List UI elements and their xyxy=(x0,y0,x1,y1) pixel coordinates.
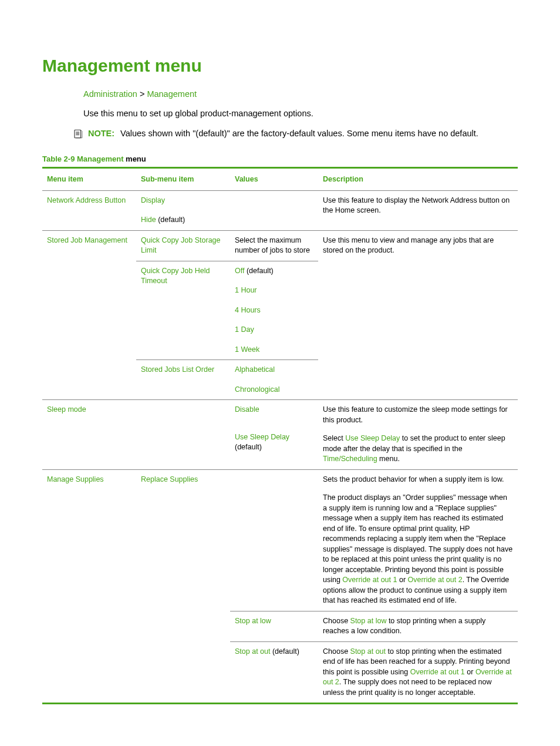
sub-hide: Hide xyxy=(141,216,156,224)
note-label: NOTE: xyxy=(88,129,114,138)
val-use-sleep-delay: Use Sleep Delay xyxy=(235,433,289,441)
intro-text: Use this menu to set up global product-m… xyxy=(83,108,518,120)
breadcrumb: Administration > Management xyxy=(83,89,518,100)
desc-network-address: Use this feature to display the Network … xyxy=(318,190,518,230)
val-1week: 1 Week xyxy=(235,345,259,354)
svg-rect-0 xyxy=(75,130,81,138)
val-alphabetical: Alphabetical xyxy=(235,365,275,374)
val-4hours: 4 Hours xyxy=(235,306,261,314)
sub-qc-held-timeout: Quick Copy Job Held Timeout xyxy=(141,267,210,285)
desc-stored-job: Use this menu to view and manage any job… xyxy=(318,230,518,400)
desc-supplies-2: The product displays an "Order supplies"… xyxy=(323,493,513,606)
breadcrumb-management: Management xyxy=(147,89,197,99)
menu-sleep-mode: Sleep mode xyxy=(47,405,86,414)
table-row: Network Address Button Display Use this … xyxy=(42,190,518,210)
val-1hour: 1 Hour xyxy=(235,286,257,294)
desc-sleep-1: Use this feature to customize the sleep … xyxy=(323,405,513,425)
table-row: Manage Supplies Replace Supplies Sets th… xyxy=(42,469,518,611)
table-row: Sleep mode Disable Use this feature to c… xyxy=(42,400,518,428)
desc-stop-at-out: Choose Stop at out to stop printing when… xyxy=(318,641,518,704)
sub-stored-list-order: Stored Jobs List Order xyxy=(141,365,214,374)
menu-manage-supplies: Manage Supplies xyxy=(47,475,104,483)
val-stop-at-low: Stop at low xyxy=(235,617,271,625)
th-sub-menu: Sub-menu item xyxy=(136,167,230,190)
breadcrumb-sep: > xyxy=(140,89,144,99)
desc-sleep-2: Select Use Sleep Delay to set the produc… xyxy=(323,434,513,465)
th-values: Values xyxy=(230,167,318,190)
page-title: Management menu xyxy=(42,54,518,78)
val-1day: 1 Day xyxy=(235,325,254,334)
note-icon xyxy=(73,129,85,143)
sub-replace-supplies: Replace Supplies xyxy=(141,475,198,483)
th-description: Description xyxy=(318,167,518,190)
management-table: Menu item Sub-menu item Values Descripti… xyxy=(42,167,518,704)
note-text: Values shown with "(default)" are the fa… xyxy=(120,129,478,138)
val-off: Off xyxy=(235,267,244,275)
val-disable: Disable xyxy=(235,405,259,414)
th-menu-item: Menu item xyxy=(42,167,136,190)
table-caption: Table 2-9 Management menu xyxy=(42,154,518,164)
sub-display: Display xyxy=(141,196,165,204)
val-chronological: Chronological xyxy=(235,385,279,394)
desc-supplies-1: Sets the product behavior for when a sup… xyxy=(323,475,513,485)
desc-stop-at-low: Choose Stop at low to stop printing when… xyxy=(318,611,518,641)
val-select-max: Select the maximum number of jobs to sto… xyxy=(230,230,318,261)
note-block: NOTE:Values shown with "(default)" are t… xyxy=(73,128,518,143)
menu-stored-job: Stored Job Management xyxy=(47,236,127,244)
table-row: Stored Job Management Quick Copy Job Sto… xyxy=(42,230,518,261)
sub-qc-storage-limit: Quick Copy Job Storage Limit xyxy=(141,236,221,255)
menu-network-address: Network Address Button xyxy=(47,196,126,204)
breadcrumb-admin: Administration xyxy=(83,89,137,99)
val-stop-at-out: Stop at out xyxy=(235,647,270,656)
